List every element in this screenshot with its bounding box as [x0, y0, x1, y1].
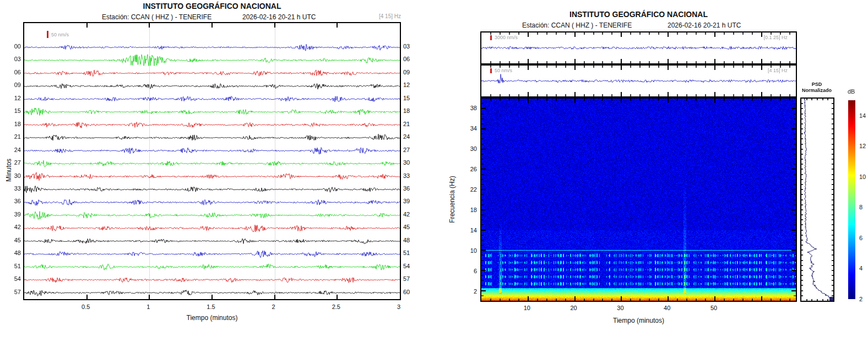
freq-tick-label: 34 [462, 125, 477, 132]
colorbar-tick-label: 12 [859, 143, 866, 149]
spectrogram-xlabel: Tiempo (minutos) [480, 317, 797, 324]
x-tick-label: 2.5 [332, 303, 340, 310]
time-tick-label: 20 [570, 305, 577, 311]
psd-panel [800, 97, 834, 302]
minute-label-left: 54 [6, 275, 21, 282]
helicorder-station-label: Estación: CCAN ( HHZ ) - TENERIFE [102, 13, 211, 21]
helicorder-scale-label: 50 nm/s [51, 32, 69, 37]
time-tick-label: 40 [664, 305, 670, 311]
freq-tick-label: 22 [462, 186, 477, 193]
minute-label-right: 12 [403, 82, 419, 88]
colorbar-canvas [848, 100, 855, 299]
minute-label-right: 36 [403, 185, 419, 192]
colorbar-tick-label: 10 [859, 174, 866, 180]
minute-label-left: 09 [6, 82, 21, 88]
x-tick-label: 1 [147, 303, 150, 310]
colorbar [848, 100, 855, 299]
minute-label-left: 57 [6, 289, 21, 295]
minute-label-right: 21 [403, 121, 419, 127]
helicorder-ylabel: Minutos [5, 154, 13, 187]
time-tick-label: 10 [524, 305, 530, 311]
spectrogram-datetime-label: 2026-02-16 20-21 h UTC [668, 21, 741, 29]
minute-label-left: 06 [6, 69, 21, 75]
freq-tick-label: 10 [462, 247, 477, 254]
minute-label-right: 09 [403, 69, 419, 75]
minute-label-right: 03 [403, 43, 419, 50]
spectrogram-frame [480, 97, 797, 302]
x-tick-label: 2 [272, 303, 275, 310]
helicorder-band-label: [4 15] Hz [352, 13, 401, 19]
minute-label-right: 15 [403, 95, 419, 101]
seismic-monitor-page: { "accent_colors": { "trace_blue": "#141… [0, 0, 868, 347]
time-tick-label: 30 [617, 305, 623, 311]
minute-label-left: 24 [6, 147, 21, 153]
minute-label-right: 39 [403, 198, 419, 204]
minute-label-left: 51 [6, 263, 21, 269]
spectrogram-canvas [481, 99, 796, 301]
spectrogram-station-label: Estación: CCAN ( HHZ ) - TENERIFE [522, 21, 632, 29]
psd-title-line2: Normalizado [789, 88, 844, 94]
minute-label-right: 42 [403, 211, 419, 218]
minute-label-left: 12 [6, 95, 21, 101]
psd-title-line1: PSD [789, 82, 844, 88]
filtered-band-label: [4 15] Hz [727, 68, 788, 73]
time-tick-label: 50 [710, 305, 717, 311]
minute-label-left: 45 [6, 237, 21, 243]
helicorder-canvas [24, 23, 400, 299]
scale-bar-icon [490, 35, 492, 40]
minute-label-left: 42 [6, 224, 21, 230]
broadband-scale-legend: 3000 nm/s [490, 35, 518, 40]
minute-label-right: 51 [403, 250, 419, 256]
helicorder-title: INSTITUTO GEOGRÁFICO NACIONAL [23, 2, 401, 10]
minute-label-left: 03 [6, 56, 21, 62]
x-tick-label: 1.5 [207, 303, 215, 310]
minute-label-right: 54 [403, 263, 419, 269]
broadband-scale-label: 3000 nm/s [495, 35, 518, 40]
minute-label-left: 00 [6, 43, 21, 50]
psd-canvas [801, 99, 833, 301]
colorbar-tick-label: 2 [859, 296, 862, 302]
colorbar-tick-label: 14 [859, 112, 866, 119]
minute-label-left: 36 [6, 198, 21, 204]
colorbar-tick-label: 6 [859, 235, 862, 241]
freq-tick-label: 18 [462, 207, 477, 213]
minute-label-right: 57 [403, 275, 419, 282]
psd-title: PSD Normalizado [789, 82, 844, 94]
minute-label-left: 15 [6, 107, 21, 114]
minute-label-right: 06 [403, 56, 419, 62]
freq-tick-label: 30 [462, 145, 477, 152]
scale-bar-icon [47, 31, 48, 38]
x-tick-label: 0.5 [82, 303, 90, 310]
freq-tick-label: 14 [462, 227, 477, 234]
minute-label-left: 39 [6, 211, 21, 218]
minute-label-right: 24 [403, 133, 419, 140]
minute-label-right: 27 [403, 147, 419, 153]
filtered-scale-legend: 50 nm/s [490, 68, 512, 73]
freq-tick-label: 6 [462, 268, 477, 274]
freq-tick-label: 26 [462, 166, 477, 172]
minute-label-right: 18 [403, 107, 419, 114]
x-tick-label: 3 [397, 303, 400, 310]
minute-label-left: 18 [6, 121, 21, 127]
minute-label-left: 48 [6, 250, 21, 256]
filtered-scale-label: 50 nm/s [495, 68, 512, 73]
spectrogram-ylabel: Frecuencia (Hz) [448, 169, 456, 230]
helicorder-xlabel: Tiempo (minutos) [23, 314, 401, 322]
minute-label-right: 48 [403, 237, 419, 243]
broadband-band-label: [0.1 25] Hz [727, 35, 788, 40]
minute-label-right: 45 [403, 224, 419, 230]
spectrogram-figure: INSTITUTO GEOGRÁFICO NACIONAL Estación: … [419, 0, 868, 347]
spectrogram-title: INSTITUTO GEOGRÁFICO NACIONAL [480, 10, 797, 19]
colorbar-tick-label: 8 [859, 204, 862, 210]
colorbar-title: dB [848, 88, 855, 95]
minute-label-right: 60 [403, 289, 419, 295]
helicorder-scale-legend: 50 nm/s [47, 31, 69, 38]
minute-label-left: 27 [6, 159, 21, 166]
helicorder-plot-frame [23, 22, 401, 300]
freq-tick-label: 2 [462, 288, 477, 295]
minute-label-right: 30 [403, 159, 419, 166]
scale-bar-icon [490, 68, 492, 73]
minute-label-left: 21 [6, 133, 21, 140]
minute-label-left: 33 [6, 185, 21, 192]
helicorder-figure: INSTITUTO GEOGRÁFICO NACIONAL Estación: … [0, 0, 419, 347]
